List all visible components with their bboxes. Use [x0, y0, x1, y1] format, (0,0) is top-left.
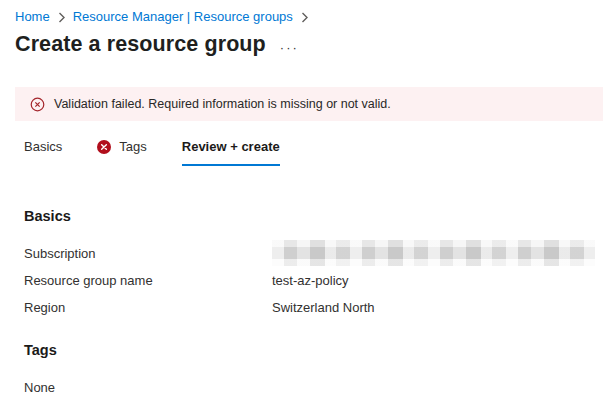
error-circle-icon: [30, 97, 45, 112]
section-title-basics: Basics: [24, 208, 603, 224]
field-value: test-az-policy: [272, 273, 349, 288]
field-row-region: Region Switzerland North: [24, 294, 603, 321]
field-value: [272, 242, 595, 266]
tab-review-create-label: Review + create: [182, 139, 280, 154]
tab-basics-label: Basics: [24, 139, 62, 154]
field-label: Subscription: [24, 246, 272, 261]
basics-summary: Subscription Resource group name test-az…: [24, 240, 603, 321]
field-label: Region: [24, 300, 272, 315]
field-value: Switzerland North: [272, 300, 375, 315]
context-menu-ellipsis-button[interactable]: ···: [280, 41, 299, 54]
page-title: Create a resource group: [15, 32, 266, 57]
tab-basics[interactable]: Basics: [24, 139, 62, 166]
chevron-right-icon: [58, 12, 65, 23]
tab-tags-label: Tags: [119, 139, 146, 154]
section-title-tags: Tags: [24, 342, 603, 358]
subscription-value-redacted: [272, 240, 595, 266]
breadcrumb-link-home[interactable]: Home: [15, 9, 50, 24]
field-label: Resource group name: [24, 273, 272, 288]
breadcrumb-link-resource-groups[interactable]: Resource Manager | Resource groups: [73, 9, 293, 24]
error-badge-icon: [97, 140, 111, 154]
tags-none-value: None: [24, 380, 603, 395]
tab-tags[interactable]: Tags: [97, 139, 146, 166]
validation-error-banner: Validation failed. Required information …: [15, 87, 603, 121]
tab-bar: Basics Tags Review + create: [24, 139, 603, 166]
breadcrumb: Home Resource Manager | Resource groups: [0, 0, 603, 24]
chevron-right-icon: [301, 12, 308, 23]
field-row-subscription: Subscription: [24, 240, 603, 267]
validation-error-message: Validation failed. Required information …: [54, 97, 391, 111]
page-header: Create a resource group ···: [0, 32, 603, 57]
field-row-resource-group-name: Resource group name test-az-policy: [24, 267, 603, 294]
tab-review-create[interactable]: Review + create: [182, 139, 280, 166]
